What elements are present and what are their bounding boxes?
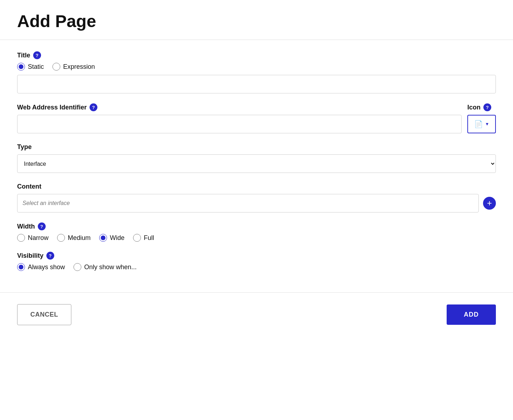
width-wide-radio[interactable] <box>99 234 107 242</box>
visibility-label: Visibility ? <box>17 252 496 260</box>
content-label: Content <box>17 183 496 190</box>
title-label: Title ? <box>17 51 496 59</box>
web-address-section: Web Address Identifier ? <box>17 103 462 133</box>
visibility-radio-group: Always show Only show when... <box>17 263 496 271</box>
width-section: Width ? Narrow Medium Wide Full <box>17 222 496 242</box>
content-section: Content + <box>17 183 496 212</box>
width-narrow-radio[interactable] <box>17 234 25 242</box>
web-address-label: Web Address Identifier ? <box>17 103 462 111</box>
width-wide-option[interactable]: Wide <box>99 234 125 242</box>
type-section: Type Interface Form Dashboard Report <box>17 143 496 173</box>
title-static-option[interactable]: Static <box>17 63 44 71</box>
type-label: Type <box>17 143 496 151</box>
width-help-icon[interactable]: ? <box>38 222 46 230</box>
visibility-help-icon[interactable]: ? <box>46 252 54 260</box>
width-narrow-option[interactable]: Narrow <box>17 234 49 242</box>
title-help-icon[interactable]: ? <box>33 51 41 59</box>
form-body: Title ? Static Expression Web Address Id… <box>0 40 513 293</box>
title-static-radio[interactable] <box>17 63 25 71</box>
add-button[interactable]: ADD <box>447 304 496 325</box>
chevron-down-icon: ▼ <box>485 122 489 127</box>
visibility-conditional-option[interactable]: Only show when... <box>73 263 137 271</box>
content-input[interactable] <box>17 194 479 212</box>
cancel-button[interactable]: CANCEL <box>17 304 71 325</box>
title-input[interactable] <box>17 75 496 93</box>
page-footer: CANCEL ADD <box>0 293 513 337</box>
icon-help-icon[interactable]: ? <box>483 103 491 111</box>
visibility-section: Visibility ? Always show Only show when.… <box>17 252 496 271</box>
title-expression-option[interactable]: Expression <box>52 63 95 71</box>
type-select[interactable]: Interface Form Dashboard Report <box>17 154 496 173</box>
page-header: Add Page <box>0 0 513 40</box>
content-input-row: + <box>17 194 496 212</box>
width-medium-radio[interactable] <box>57 234 65 242</box>
width-radio-group: Narrow Medium Wide Full <box>17 234 496 242</box>
visibility-conditional-radio[interactable] <box>73 263 81 271</box>
width-medium-option[interactable]: Medium <box>57 234 91 242</box>
web-address-help-icon[interactable]: ? <box>90 103 97 111</box>
web-address-row: Web Address Identifier ? Icon ? 📄 ▼ <box>17 103 496 133</box>
document-icon: 📄 <box>474 120 483 128</box>
add-interface-button[interactable]: + <box>483 197 496 210</box>
width-full-option[interactable]: Full <box>133 234 154 242</box>
title-radio-group: Static Expression <box>17 63 496 71</box>
web-address-input[interactable] <box>17 115 462 133</box>
icon-section: Icon ? 📄 ▼ <box>467 103 496 133</box>
icon-button-content: 📄 ▼ <box>474 120 489 128</box>
icon-button[interactable]: 📄 ▼ <box>467 115 496 133</box>
visibility-always-radio[interactable] <box>17 263 25 271</box>
icon-label: Icon ? <box>467 103 496 111</box>
page-title: Add Page <box>17 11 496 31</box>
visibility-always-option[interactable]: Always show <box>17 263 65 271</box>
title-expression-radio[interactable] <box>52 63 60 71</box>
title-section: Title ? Static Expression <box>17 51 496 93</box>
width-label: Width ? <box>17 222 496 230</box>
width-full-radio[interactable] <box>133 234 141 242</box>
